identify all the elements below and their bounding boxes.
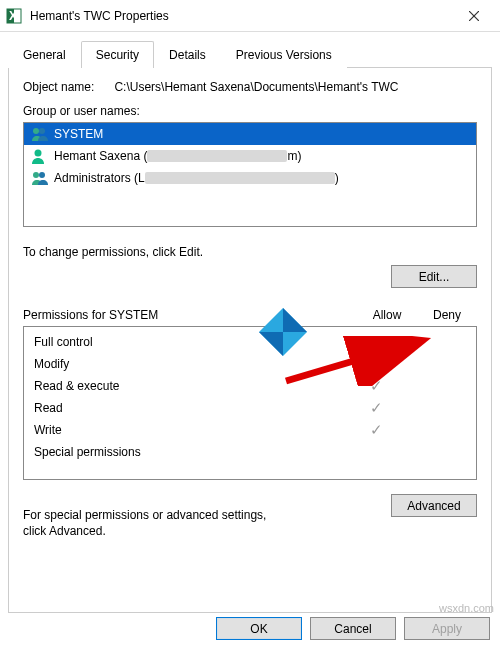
tab-strip: General Security Details Previous Versio… (8, 40, 492, 68)
permission-row: Read✓ (24, 397, 476, 419)
apply-button[interactable]: Apply (404, 617, 490, 640)
edit-button[interactable]: Edit... (391, 265, 477, 288)
group-icon (30, 170, 50, 186)
svg-point-9 (39, 172, 45, 178)
group-icon (30, 126, 50, 142)
principal-suffix: ) (335, 171, 339, 185)
principal-name: Hemant Saxena ( (54, 149, 147, 163)
edit-instruction: To change permissions, click Edit. (23, 245, 477, 259)
advanced-button[interactable]: Advanced (391, 494, 477, 517)
allow-column-header: Allow (357, 308, 417, 322)
allow-check-icon: ✓ (346, 355, 406, 373)
principal-suffix: m) (287, 149, 301, 163)
permission-row: Full control✓ (24, 331, 476, 353)
deny-column-header: Deny (417, 308, 477, 322)
cancel-button[interactable]: Cancel (310, 617, 396, 640)
close-icon (469, 11, 479, 21)
object-name-path: C:\Users\Hemant Saxena\Documents\Hemant'… (114, 80, 398, 94)
window-title: Hemant's TWC Properties (30, 9, 454, 23)
svg-point-6 (39, 128, 45, 134)
redacted-text (147, 150, 287, 162)
list-item[interactable]: SYSTEM (24, 123, 476, 145)
redacted-text (145, 172, 335, 184)
allow-check-icon: ✓ (346, 421, 406, 439)
advanced-instruction: For special permissions or advanced sett… (23, 508, 293, 539)
twc-logo-overlay (259, 308, 307, 356)
permissions-list: Full control✓Modify✓Read & execute✓Read✓… (23, 326, 477, 480)
principal-name: SYSTEM (54, 127, 103, 141)
permission-name: Write (34, 423, 346, 437)
permission-row: Write✓ (24, 419, 476, 441)
allow-check-icon: ✓ (346, 399, 406, 417)
permission-row: Special permissions (24, 441, 476, 463)
permission-row: Modify✓ (24, 353, 476, 375)
allow-check-icon: ✓ (346, 333, 406, 351)
list-item[interactable]: Hemant Saxena (m) (24, 145, 476, 167)
svg-point-5 (33, 128, 39, 134)
titlebar: X Hemant's TWC Properties (0, 0, 500, 32)
tab-security[interactable]: Security (81, 41, 154, 68)
svg-text:X: X (9, 9, 17, 23)
groups-label: Group or user names: (23, 104, 477, 118)
permission-name: Special permissions (34, 445, 346, 459)
allow-check-icon: ✓ (346, 377, 406, 395)
group-or-user-list[interactable]: SYSTEMHemant Saxena (m)Administrators (L… (23, 122, 477, 227)
tab-details[interactable]: Details (154, 41, 221, 68)
svg-point-7 (35, 150, 42, 157)
svg-point-8 (33, 172, 39, 178)
svg-marker-12 (259, 332, 283, 356)
watermark-text: wsxdn.com (439, 602, 494, 614)
security-panel: Object name: C:\Users\Hemant Saxena\Docu… (8, 68, 492, 613)
list-item[interactable]: Administrators (L) (24, 167, 476, 189)
object-name-label: Object name: (23, 80, 94, 94)
tab-general[interactable]: General (8, 41, 81, 68)
tab-previous-versions[interactable]: Previous Versions (221, 41, 347, 68)
permission-name: Read (34, 401, 346, 415)
user-icon (30, 148, 50, 164)
principal-name: Administrators (L (54, 171, 145, 185)
ok-button[interactable]: OK (216, 617, 302, 640)
close-button[interactable] (454, 0, 494, 32)
excel-icon: X (6, 8, 22, 24)
permissions-header: Permissions for SYSTEM Allow Deny (23, 308, 477, 322)
permission-name: Modify (34, 357, 346, 371)
object-name-row: Object name: C:\Users\Hemant Saxena\Docu… (23, 80, 477, 94)
svg-marker-11 (283, 308, 307, 332)
dialog-buttons: OK Cancel Apply (216, 617, 490, 640)
permission-name: Read & execute (34, 379, 346, 393)
permission-row: Read & execute✓ (24, 375, 476, 397)
